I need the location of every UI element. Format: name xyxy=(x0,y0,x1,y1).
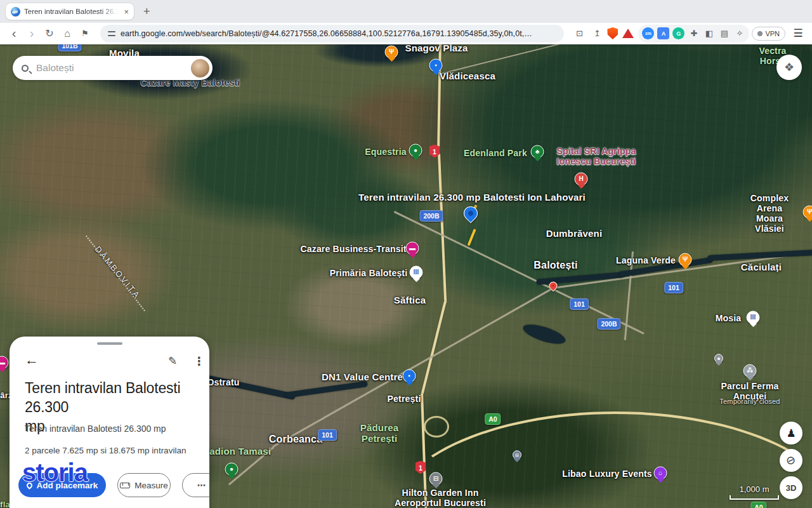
map-label[interactable]: Laguna Verde xyxy=(616,255,676,265)
road-badge-101[interactable]: 101 xyxy=(664,282,683,293)
road-badge-101[interactable]: 101 xyxy=(318,429,337,441)
map-scale: 1,000 m xyxy=(730,485,779,500)
road-badge-A0[interactable]: A0 xyxy=(750,502,766,508)
browser-tab[interactable]: Teren intravilan Balotesti 26.300 mp × xyxy=(5,3,134,20)
map-label[interactable]: Petrești xyxy=(388,394,421,404)
map-label[interactable]: Edenland Park xyxy=(464,148,527,158)
result-placemark-pin[interactable] xyxy=(461,203,480,223)
send-to-device-icon[interactable]: ⊡ xyxy=(572,26,587,41)
earth-search-bar[interactable] xyxy=(13,56,213,80)
restaurant-icon[interactable]: Ψ xyxy=(803,205,812,218)
map-label[interactable]: Hilton Garden Inn Aeroportul Bucuresti xyxy=(395,488,486,508)
home-icon[interactable]: ⌂ xyxy=(60,26,75,41)
road-badge-200B[interactable]: 200B xyxy=(419,210,443,222)
kebab-menu-icon[interactable]: ⋮ xyxy=(193,354,205,368)
bed-icon[interactable]: ▬ xyxy=(0,356,9,369)
more-button[interactable]: ⋯ M xyxy=(182,473,209,497)
stadium-icon[interactable]: ● xyxy=(225,462,239,476)
reload-icon[interactable]: ↻ xyxy=(42,26,57,41)
label-fragment[interactable]: fla xyxy=(0,500,10,508)
face-icon[interactable]: ☻ xyxy=(714,354,723,363)
brave-shield-icon[interactable] xyxy=(607,27,618,39)
highway-ramp xyxy=(424,416,449,438)
map-label[interactable]: Săftica xyxy=(394,295,426,305)
tab-close-icon[interactable]: × xyxy=(122,7,130,17)
adblock-triangle-icon[interactable] xyxy=(620,26,636,41)
shopping-bag-icon[interactable]: ▪ xyxy=(429,58,443,72)
map-label[interactable]: Libao Luxury Events xyxy=(562,469,652,479)
map-label[interactable]: Equestria xyxy=(365,147,407,157)
map-label[interactable]: Mosia xyxy=(716,313,742,323)
river xyxy=(285,381,368,398)
map-label[interactable]: Spital SRI Agrippa Ionescu București xyxy=(556,146,636,166)
train-icon[interactable]: ⊟ xyxy=(513,450,521,459)
grammarly-extension-icon[interactable]: G xyxy=(672,27,684,39)
leo-sparkle-icon[interactable]: ✧ xyxy=(733,27,745,39)
search-input[interactable] xyxy=(35,62,185,74)
map-label[interactable]: Balotești xyxy=(534,260,577,271)
restaurant-icon[interactable]: Ψ xyxy=(679,253,692,266)
browser-toolbar: ‹ › ↻ ⌂ ⚑ earth.google.com/web/search/Ba… xyxy=(0,23,812,44)
map-label[interactable]: DN1 Value Centre xyxy=(322,371,403,382)
hospital-icon[interactable]: H xyxy=(575,172,588,185)
share-icon[interactable]: ↥ xyxy=(589,26,605,41)
avatar[interactable] xyxy=(191,59,209,77)
estate-icon[interactable]: Ⅲ xyxy=(747,311,760,324)
map-label[interactable]: Pădurea Petrești xyxy=(360,422,399,444)
road-badge-101[interactable]: 101 xyxy=(570,298,589,310)
edit-pencil-icon[interactable]: ✎ xyxy=(168,354,177,368)
bank-icon[interactable]: Ⅲ xyxy=(410,265,423,279)
status-temporarily-closed[interactable]: Temporarily closed xyxy=(719,398,780,406)
new-tab-button[interactable]: + xyxy=(143,5,150,18)
train-icon[interactable]: ⊟ xyxy=(429,472,443,485)
back-arrow-icon[interactable]: ← xyxy=(25,353,39,367)
layers-button[interactable]: ❖ xyxy=(776,55,802,80)
search-result-annotation[interactable]: Teren intravilan 26.300 mp Balotesti Ion… xyxy=(358,192,586,203)
forward-icon[interactable]: › xyxy=(24,26,39,41)
measure-label: Measure xyxy=(134,481,168,490)
reader-mode-icon[interactable]: ◧ xyxy=(703,27,715,39)
bed-icon: ▬ xyxy=(0,359,5,366)
map-label[interactable]: Cazare Business-Transit xyxy=(300,244,406,254)
wallet-icon[interactable]: ▤ xyxy=(718,27,730,39)
map-label[interactable]: Căciulați xyxy=(741,262,782,272)
hamburger-menu-icon[interactable]: ☰ xyxy=(790,26,806,41)
bank-icon: Ⅲ xyxy=(413,269,419,276)
river-label[interactable]: DÂMBOVIȚA xyxy=(93,245,142,302)
road-badge-A0[interactable]: A0 xyxy=(485,413,501,425)
road-badge-200B[interactable]: 200B xyxy=(597,318,620,330)
shopping-bag-icon: ▪ xyxy=(435,62,437,69)
map-label[interactable]: Stadion Tamasi xyxy=(200,446,272,457)
tree-icon[interactable]: ♣ xyxy=(531,145,544,158)
event-icon[interactable]: ⌂ xyxy=(654,466,667,479)
pegman-button[interactable]: ♟ xyxy=(780,422,802,444)
extensions-puzzle-icon[interactable]: ✚ xyxy=(688,27,700,39)
map-label[interactable]: Ostratu xyxy=(207,377,239,387)
3d-button[interactable]: 3D xyxy=(780,476,802,499)
zoom-extension-icon[interactable]: zm xyxy=(642,27,654,39)
measure-button[interactable]: Measure xyxy=(117,473,171,497)
map-label[interactable]: Complex Arena Moara Vlăsiei xyxy=(749,193,791,234)
site-settings-icon[interactable] xyxy=(108,30,115,37)
bookmark-icon[interactable]: ⚑ xyxy=(77,26,93,41)
map-label[interactable]: Primăria Balotești xyxy=(330,268,408,278)
restaurant-icon[interactable]: Ψ xyxy=(385,45,398,58)
pond xyxy=(521,321,567,348)
address-bar[interactable]: earth.google.com/web/search/Balotești/@4… xyxy=(100,25,564,43)
paw-icon[interactable]: ⁂ xyxy=(743,364,757,377)
shopping-bag-icon[interactable]: ▪ xyxy=(403,369,416,382)
map-label[interactable]: Vlădiceasca xyxy=(440,70,495,81)
url-text[interactable]: earth.google.com/web/search/Balotești/@4… xyxy=(121,29,532,38)
bed-icon[interactable]: ▬ xyxy=(406,241,419,255)
orbit-button[interactable]: ⊘ xyxy=(780,449,802,472)
vpn-button[interactable]: VPN xyxy=(752,27,785,41)
horse-icon[interactable]: ● xyxy=(409,144,422,157)
drag-handle[interactable] xyxy=(97,342,122,345)
map-label[interactable]: Dumbrăveni xyxy=(546,228,603,239)
translate-extension-icon[interactable]: A xyxy=(657,27,669,39)
storia-watermark: storia xyxy=(22,458,88,487)
event-icon: ⌂ xyxy=(658,470,662,476)
back-icon[interactable]: ‹ xyxy=(6,26,22,41)
road-dn1 xyxy=(438,154,447,303)
map-label[interactable]: Corbeanca xyxy=(269,434,323,445)
